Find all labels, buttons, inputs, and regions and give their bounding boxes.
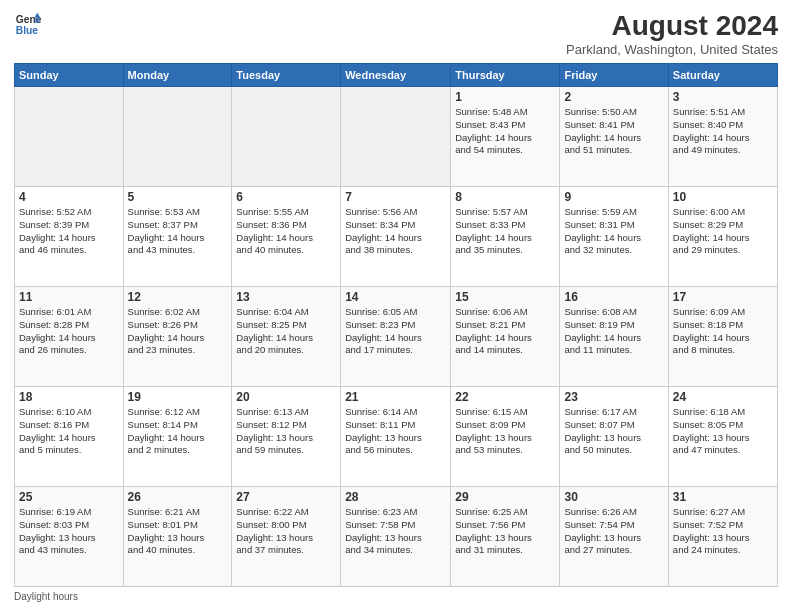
day-cell: 9Sunrise: 5:59 AM Sunset: 8:31 PM Daylig…: [560, 187, 668, 287]
day-number: 31: [673, 490, 773, 504]
day-info: Sunrise: 6:10 AM Sunset: 8:16 PM Dayligh…: [19, 406, 119, 457]
day-number: 22: [455, 390, 555, 404]
day-number: 7: [345, 190, 446, 204]
day-cell: 26Sunrise: 6:21 AM Sunset: 8:01 PM Dayli…: [123, 487, 232, 587]
day-cell: 20Sunrise: 6:13 AM Sunset: 8:12 PM Dayli…: [232, 387, 341, 487]
day-info: Sunrise: 6:19 AM Sunset: 8:03 PM Dayligh…: [19, 506, 119, 557]
day-cell: [123, 87, 232, 187]
day-cell: 29Sunrise: 6:25 AM Sunset: 7:56 PM Dayli…: [451, 487, 560, 587]
week-row-3: 11Sunrise: 6:01 AM Sunset: 8:28 PM Dayli…: [15, 287, 778, 387]
day-number: 10: [673, 190, 773, 204]
subtitle: Parkland, Washington, United States: [566, 42, 778, 57]
day-header-tuesday: Tuesday: [232, 64, 341, 87]
day-info: Sunrise: 6:06 AM Sunset: 8:21 PM Dayligh…: [455, 306, 555, 357]
day-cell: 19Sunrise: 6:12 AM Sunset: 8:14 PM Dayli…: [123, 387, 232, 487]
day-info: Sunrise: 5:56 AM Sunset: 8:34 PM Dayligh…: [345, 206, 446, 257]
calendar-page: General Blue August 2024 Parkland, Washi…: [0, 0, 792, 612]
week-row-1: 1Sunrise: 5:48 AM Sunset: 8:43 PM Daylig…: [15, 87, 778, 187]
day-cell: [232, 87, 341, 187]
day-number: 3: [673, 90, 773, 104]
day-cell: 25Sunrise: 6:19 AM Sunset: 8:03 PM Dayli…: [15, 487, 124, 587]
week-row-4: 18Sunrise: 6:10 AM Sunset: 8:16 PM Dayli…: [15, 387, 778, 487]
day-number: 15: [455, 290, 555, 304]
day-number: 18: [19, 390, 119, 404]
day-cell: 2Sunrise: 5:50 AM Sunset: 8:41 PM Daylig…: [560, 87, 668, 187]
logo-icon: General Blue: [14, 10, 42, 38]
day-info: Sunrise: 6:04 AM Sunset: 8:25 PM Dayligh…: [236, 306, 336, 357]
logo: General Blue: [14, 10, 42, 38]
day-info: Sunrise: 5:59 AM Sunset: 8:31 PM Dayligh…: [564, 206, 663, 257]
week-row-5: 25Sunrise: 6:19 AM Sunset: 8:03 PM Dayli…: [15, 487, 778, 587]
day-number: 4: [19, 190, 119, 204]
day-info: Sunrise: 6:15 AM Sunset: 8:09 PM Dayligh…: [455, 406, 555, 457]
day-info: Sunrise: 6:12 AM Sunset: 8:14 PM Dayligh…: [128, 406, 228, 457]
day-info: Sunrise: 6:26 AM Sunset: 7:54 PM Dayligh…: [564, 506, 663, 557]
day-number: 20: [236, 390, 336, 404]
title-block: August 2024 Parkland, Washington, United…: [566, 10, 778, 57]
day-cell: 22Sunrise: 6:15 AM Sunset: 8:09 PM Dayli…: [451, 387, 560, 487]
day-header-wednesday: Wednesday: [341, 64, 451, 87]
day-info: Sunrise: 6:14 AM Sunset: 8:11 PM Dayligh…: [345, 406, 446, 457]
main-title: August 2024: [566, 10, 778, 42]
day-cell: 6Sunrise: 5:55 AM Sunset: 8:36 PM Daylig…: [232, 187, 341, 287]
day-number: 29: [455, 490, 555, 504]
footer-note: Daylight hours: [14, 591, 778, 602]
day-cell: 28Sunrise: 6:23 AM Sunset: 7:58 PM Dayli…: [341, 487, 451, 587]
day-cell: 3Sunrise: 5:51 AM Sunset: 8:40 PM Daylig…: [668, 87, 777, 187]
day-cell: 11Sunrise: 6:01 AM Sunset: 8:28 PM Dayli…: [15, 287, 124, 387]
day-cell: [341, 87, 451, 187]
day-cell: 5Sunrise: 5:53 AM Sunset: 8:37 PM Daylig…: [123, 187, 232, 287]
day-number: 14: [345, 290, 446, 304]
day-info: Sunrise: 5:52 AM Sunset: 8:39 PM Dayligh…: [19, 206, 119, 257]
day-number: 6: [236, 190, 336, 204]
day-cell: 7Sunrise: 5:56 AM Sunset: 8:34 PM Daylig…: [341, 187, 451, 287]
day-info: Sunrise: 5:55 AM Sunset: 8:36 PM Dayligh…: [236, 206, 336, 257]
day-number: 2: [564, 90, 663, 104]
day-header-monday: Monday: [123, 64, 232, 87]
day-cell: 12Sunrise: 6:02 AM Sunset: 8:26 PM Dayli…: [123, 287, 232, 387]
day-cell: 24Sunrise: 6:18 AM Sunset: 8:05 PM Dayli…: [668, 387, 777, 487]
day-info: Sunrise: 6:01 AM Sunset: 8:28 PM Dayligh…: [19, 306, 119, 357]
day-info: Sunrise: 5:48 AM Sunset: 8:43 PM Dayligh…: [455, 106, 555, 157]
day-cell: 10Sunrise: 6:00 AM Sunset: 8:29 PM Dayli…: [668, 187, 777, 287]
day-header-friday: Friday: [560, 64, 668, 87]
day-cell: 31Sunrise: 6:27 AM Sunset: 7:52 PM Dayli…: [668, 487, 777, 587]
day-header-saturday: Saturday: [668, 64, 777, 87]
day-cell: 1Sunrise: 5:48 AM Sunset: 8:43 PM Daylig…: [451, 87, 560, 187]
day-cell: 8Sunrise: 5:57 AM Sunset: 8:33 PM Daylig…: [451, 187, 560, 287]
day-info: Sunrise: 6:05 AM Sunset: 8:23 PM Dayligh…: [345, 306, 446, 357]
day-number: 21: [345, 390, 446, 404]
day-info: Sunrise: 6:18 AM Sunset: 8:05 PM Dayligh…: [673, 406, 773, 457]
day-header-thursday: Thursday: [451, 64, 560, 87]
day-cell: 27Sunrise: 6:22 AM Sunset: 8:00 PM Dayli…: [232, 487, 341, 587]
day-cell: 15Sunrise: 6:06 AM Sunset: 8:21 PM Dayli…: [451, 287, 560, 387]
day-number: 1: [455, 90, 555, 104]
week-row-2: 4Sunrise: 5:52 AM Sunset: 8:39 PM Daylig…: [15, 187, 778, 287]
day-number: 30: [564, 490, 663, 504]
day-cell: 21Sunrise: 6:14 AM Sunset: 8:11 PM Dayli…: [341, 387, 451, 487]
day-cell: 4Sunrise: 5:52 AM Sunset: 8:39 PM Daylig…: [15, 187, 124, 287]
day-number: 19: [128, 390, 228, 404]
day-number: 25: [19, 490, 119, 504]
day-number: 16: [564, 290, 663, 304]
day-number: 5: [128, 190, 228, 204]
calendar-header-row: SundayMondayTuesdayWednesdayThursdayFrid…: [15, 64, 778, 87]
header: General Blue August 2024 Parkland, Washi…: [14, 10, 778, 57]
day-info: Sunrise: 6:17 AM Sunset: 8:07 PM Dayligh…: [564, 406, 663, 457]
day-info: Sunrise: 6:25 AM Sunset: 7:56 PM Dayligh…: [455, 506, 555, 557]
day-cell: 23Sunrise: 6:17 AM Sunset: 8:07 PM Dayli…: [560, 387, 668, 487]
svg-text:Blue: Blue: [16, 25, 39, 36]
day-cell: 16Sunrise: 6:08 AM Sunset: 8:19 PM Dayli…: [560, 287, 668, 387]
day-cell: 13Sunrise: 6:04 AM Sunset: 8:25 PM Dayli…: [232, 287, 341, 387]
day-info: Sunrise: 6:21 AM Sunset: 8:01 PM Dayligh…: [128, 506, 228, 557]
day-info: Sunrise: 6:27 AM Sunset: 7:52 PM Dayligh…: [673, 506, 773, 557]
day-header-sunday: Sunday: [15, 64, 124, 87]
day-info: Sunrise: 5:57 AM Sunset: 8:33 PM Dayligh…: [455, 206, 555, 257]
day-info: Sunrise: 6:09 AM Sunset: 8:18 PM Dayligh…: [673, 306, 773, 357]
day-cell: 30Sunrise: 6:26 AM Sunset: 7:54 PM Dayli…: [560, 487, 668, 587]
day-number: 26: [128, 490, 228, 504]
day-info: Sunrise: 6:08 AM Sunset: 8:19 PM Dayligh…: [564, 306, 663, 357]
day-number: 12: [128, 290, 228, 304]
day-info: Sunrise: 5:51 AM Sunset: 8:40 PM Dayligh…: [673, 106, 773, 157]
day-cell: 14Sunrise: 6:05 AM Sunset: 8:23 PM Dayli…: [341, 287, 451, 387]
